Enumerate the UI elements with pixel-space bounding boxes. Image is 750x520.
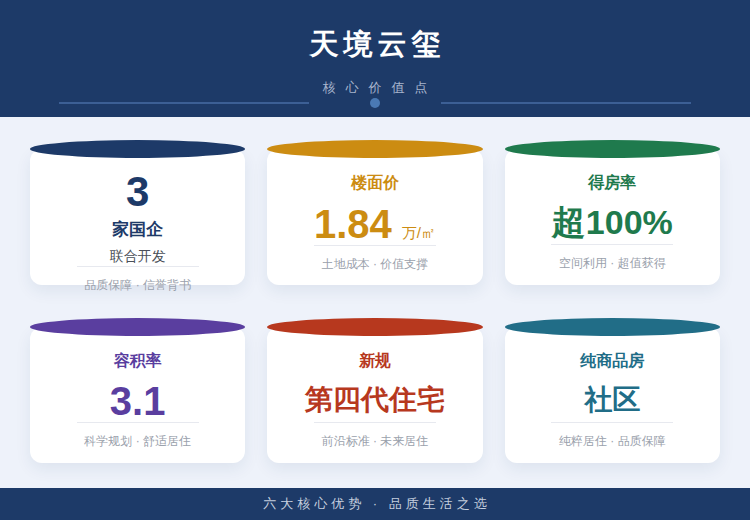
card-footnote: 纯粹居住 · 品质保障 [559,433,666,450]
card-top-ribbon [505,140,720,158]
card-top-ribbon [30,140,245,158]
card-plot-ratio: 容积率 3.1 科学规划 · 舒适居住 [30,318,245,463]
header-divider [0,98,750,108]
card-community: 纯商品房 社区 纯粹居住 · 品质保障 [505,318,720,463]
developers-label: 家国企 [112,218,163,241]
community-value: 社区 [584,384,640,416]
card-top-ribbon [505,318,720,336]
plot-ratio-title: 容积率 [114,351,162,372]
card-fourth-gen-housing: 新规 第四代住宅 前沿标准 · 未来居住 [267,318,482,463]
page: 天境云玺 核心价值点 3 家国企 联合开发 品质保障 · 信誉背书 [0,0,750,520]
fourth-gen-title: 新规 [359,351,391,372]
developers-sublabel: 联合开发 [110,248,166,266]
divider-dot [370,98,380,108]
value-cards-grid: 3 家国企 联合开发 品质保障 · 信誉背书 楼面价 1.84 万/㎡ [0,117,750,488]
plot-ratio-value: 3.1 [110,380,166,422]
card-footnote: 科学规划 · 舒适居住 [84,433,191,450]
card-footnote: 空间利用 · 超值获得 [559,255,666,272]
card-top-ribbon [267,318,482,336]
divider-line-right [441,102,691,104]
usable-ratio-value: 超100% [552,204,673,241]
page-title: 天境云玺 [305,25,446,65]
card-footnote: 前沿标准 · 未来居住 [322,433,429,450]
developers-count: 3 [126,171,149,213]
usable-ratio-title: 得房率 [588,173,636,194]
floor-price-value: 1.84 [314,203,392,245]
divider-line-left [59,102,309,104]
floor-price-unit: 万/㎡ [402,224,436,243]
card-divider [77,266,199,267]
card-footnote: 品质保障 · 信誉背书 [84,277,191,294]
card-floor-price: 楼面价 1.84 万/㎡ 土地成本 · 价值支撑 [267,140,482,285]
header: 天境云玺 核心价值点 [0,0,750,117]
community-title: 纯商品房 [580,351,644,372]
card-divider [314,245,436,246]
footer-slogan: 六大核心优势 · 品质生活之选 [259,495,491,513]
card-divider [77,422,199,423]
card-usable-ratio: 得房率 超100% 空间利用 · 超值获得 [505,140,720,285]
footer-bar: 六大核心优势 · 品质生活之选 [0,488,750,520]
card-footnote: 土地成本 · 价值支撑 [322,256,429,273]
card-top-ribbon [267,140,482,158]
card-divider [551,244,673,245]
card-top-ribbon [30,318,245,336]
page-subtitle: 核心价值点 [313,79,438,97]
floor-price-title: 楼面价 [351,173,399,194]
fourth-gen-value: 第四代住宅 [305,384,445,416]
card-divider [314,422,436,423]
card-developers: 3 家国企 联合开发 品质保障 · 信誉背书 [30,140,245,285]
card-divider [551,422,673,423]
